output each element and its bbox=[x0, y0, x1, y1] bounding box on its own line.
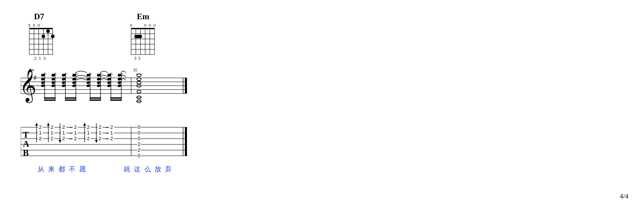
svg-text:不: 不 bbox=[69, 165, 76, 173]
svg-text:x: x bbox=[33, 22, 35, 28]
svg-rect-111 bbox=[110, 99, 122, 101]
svg-text:都: 都 bbox=[58, 165, 65, 173]
svg-text:1: 1 bbox=[74, 130, 77, 136]
svg-text:0: 0 bbox=[138, 124, 140, 130]
svg-text:2: 2 bbox=[110, 124, 113, 130]
svg-point-91 bbox=[107, 84, 111, 87]
svg-text:B: B bbox=[23, 148, 29, 158]
svg-text:2: 2 bbox=[99, 124, 102, 130]
svg-point-72 bbox=[72, 81, 76, 84]
svg-text:这: 这 bbox=[134, 165, 140, 173]
svg-rect-110 bbox=[110, 97, 122, 99]
svg-text:A: A bbox=[23, 139, 29, 149]
svg-point-85 bbox=[97, 84, 101, 87]
svg-text:1: 1 bbox=[39, 130, 42, 136]
svg-point-73 bbox=[72, 84, 76, 87]
svg-text:0: 0 bbox=[138, 153, 140, 158]
svg-text:2: 2 bbox=[138, 142, 140, 147]
svg-text:2: 2 bbox=[87, 136, 90, 141]
svg-text:x: x bbox=[28, 22, 31, 28]
svg-point-17 bbox=[51, 35, 55, 38]
svg-text:33: 33 bbox=[134, 56, 142, 61]
svg-rect-35 bbox=[134, 35, 142, 38]
chord-name-em: Em bbox=[137, 12, 149, 21]
svg-marker-152 bbox=[47, 123, 50, 126]
svg-text:♯: ♯ bbox=[33, 73, 37, 82]
svg-text:来: 来 bbox=[48, 165, 55, 173]
svg-rect-49 bbox=[185, 78, 187, 93]
svg-text:1: 1 bbox=[62, 130, 65, 136]
svg-text:2: 2 bbox=[74, 136, 77, 141]
svg-point-55 bbox=[41, 84, 45, 87]
svg-text:–: – bbox=[69, 124, 72, 130]
svg-text:35: 35 bbox=[133, 68, 137, 72]
svg-point-118 bbox=[137, 90, 141, 93]
svg-rect-103 bbox=[65, 99, 76, 101]
svg-text:弃: 弃 bbox=[165, 165, 172, 173]
svg-point-67 bbox=[62, 84, 66, 87]
chord-diagram-d7: x x o 213 bbox=[25, 22, 57, 64]
svg-text:o: o bbox=[38, 22, 40, 28]
svg-text:愿: 愿 bbox=[79, 165, 86, 173]
svg-marker-177 bbox=[83, 123, 86, 126]
svg-point-84 bbox=[97, 81, 101, 84]
svg-text:2: 2 bbox=[62, 124, 65, 130]
svg-text:2: 2 bbox=[99, 136, 102, 141]
svg-text:1: 1 bbox=[110, 130, 113, 136]
chord-diagram-em: o o o o 33 bbox=[127, 22, 158, 64]
svg-text:–: – bbox=[69, 136, 72, 141]
svg-point-54 bbox=[41, 81, 45, 84]
svg-text:从: 从 bbox=[38, 165, 44, 173]
svg-point-115 bbox=[137, 78, 141, 81]
svg-point-114 bbox=[137, 74, 141, 77]
svg-text:2: 2 bbox=[39, 124, 42, 130]
svg-text:213: 213 bbox=[34, 56, 48, 61]
svg-text:o: o bbox=[153, 22, 156, 28]
svg-text:1: 1 bbox=[51, 130, 53, 136]
svg-text:2: 2 bbox=[138, 147, 140, 153]
svg-point-97 bbox=[117, 84, 122, 87]
svg-point-79 bbox=[86, 84, 90, 87]
svg-point-116 bbox=[137, 81, 141, 84]
svg-text:–: – bbox=[69, 130, 72, 136]
svg-text:2: 2 bbox=[110, 136, 113, 141]
svg-text:–: – bbox=[106, 124, 109, 130]
svg-text:么: 么 bbox=[144, 165, 151, 173]
svg-text:–: – bbox=[106, 136, 109, 141]
svg-text:o: o bbox=[144, 22, 146, 28]
svg-text:2: 2 bbox=[51, 136, 53, 141]
svg-rect-98 bbox=[44, 97, 56, 99]
svg-text:就: 就 bbox=[123, 165, 130, 173]
svg-point-16 bbox=[46, 29, 50, 33]
svg-point-96 bbox=[117, 81, 122, 84]
svg-text:o: o bbox=[149, 22, 151, 28]
chord-name-d7: D7 bbox=[34, 12, 44, 21]
svg-text:2: 2 bbox=[39, 136, 42, 141]
svg-text:2: 2 bbox=[51, 124, 53, 130]
svg-point-78 bbox=[86, 81, 90, 84]
svg-point-60 bbox=[51, 81, 55, 84]
svg-text:T: T bbox=[23, 130, 29, 139]
svg-text:2: 2 bbox=[74, 124, 77, 130]
svg-text:1: 1 bbox=[99, 130, 102, 136]
svg-marker-185 bbox=[95, 140, 98, 143]
svg-point-15 bbox=[42, 35, 45, 38]
svg-text:0: 0 bbox=[138, 136, 140, 141]
svg-text:2: 2 bbox=[62, 136, 65, 141]
svg-rect-102 bbox=[65, 97, 76, 99]
svg-text:0: 0 bbox=[138, 130, 140, 136]
svg-rect-107 bbox=[90, 99, 101, 101]
svg-point-90 bbox=[107, 81, 111, 84]
staff-tab: 𝄞 ♯ 34 35 T A B 2122122122–1 bbox=[21, 68, 190, 190]
svg-text:放: 放 bbox=[155, 165, 161, 173]
svg-text:o: o bbox=[130, 22, 132, 28]
svg-rect-99 bbox=[44, 99, 56, 101]
page-number: 4/4 bbox=[620, 192, 628, 200]
svg-rect-106 bbox=[90, 97, 101, 99]
svg-marker-160 bbox=[59, 140, 61, 143]
svg-rect-133 bbox=[185, 127, 187, 156]
svg-text:2: 2 bbox=[87, 124, 90, 130]
svg-point-61 bbox=[51, 84, 55, 87]
svg-text:1: 1 bbox=[87, 130, 90, 136]
svg-text:34: 34 bbox=[30, 68, 34, 72]
